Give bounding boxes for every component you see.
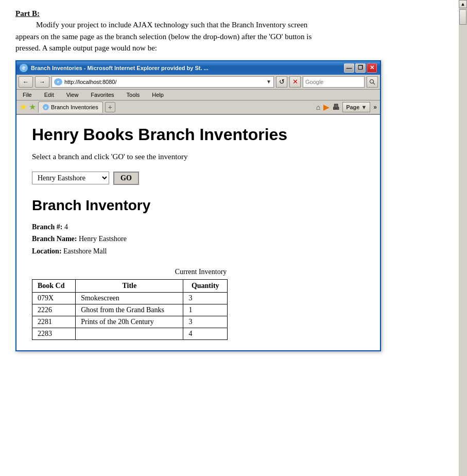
menu-view[interactable]: View (64, 91, 81, 99)
address-ie-icon: e (54, 78, 62, 86)
inventory-table: Book Cd Title Quantity 079X Smokescreen … (32, 279, 228, 340)
branch-name-label: Branch Name: (32, 235, 77, 243)
current-inventory-label: Current Inventory (32, 268, 370, 276)
address-bar[interactable]: e http://localhost:8080/ ▼ (51, 76, 274, 88)
cell-book-cd: 079X (32, 292, 76, 304)
cell-quantity: 4 (183, 328, 228, 339)
description-text: Modify your project to include AJAX tech… (15, 19, 452, 54)
branch-select[interactable]: Henry Eastshore Henry Downtown Henry Wes… (32, 172, 109, 184)
table-row: 2283 4 (32, 328, 228, 339)
cell-title: Ghost from the Grand Banks (76, 304, 183, 316)
search-input[interactable] (303, 76, 365, 88)
menu-tools[interactable]: Tools (125, 91, 142, 99)
svg-line-1 (373, 82, 375, 84)
inventory-title: Branch Inventory (32, 197, 370, 214)
cell-title: Smokescreen (76, 292, 183, 304)
branch-number-label: Branch #: (32, 223, 63, 231)
ie-menubar: File Edit View Favorites Tools Help (16, 90, 380, 100)
cell-title (76, 328, 183, 339)
print-icon[interactable]: 🖶 (332, 103, 339, 111)
ie-scrollbar[interactable]: ▲ (459, 0, 467, 356)
menu-file[interactable]: File (21, 91, 34, 99)
table-row: 2281 Prints of the 20h Century 3 (32, 316, 228, 328)
address-dropdown-arrow[interactable]: ▼ (266, 79, 271, 84)
dbl-arrow-icon[interactable]: » (373, 104, 377, 111)
branch-number-value: 4 (64, 223, 68, 231)
cell-book-cd: 2283 (32, 328, 76, 339)
refresh-button[interactable]: ↺ (276, 76, 287, 88)
cell-book-cd: 2281 (32, 316, 76, 328)
titlebar-buttons: — ❐ ✕ (344, 63, 377, 73)
cell-book-cd: 2226 (32, 304, 76, 316)
favorites-star-icon[interactable]: ★ (20, 102, 27, 112)
restore-button[interactable]: ❐ (355, 63, 366, 73)
page-main-title: Henry Books Branch Inventories (32, 125, 370, 144)
forward-button[interactable]: → (35, 76, 49, 88)
current-tab[interactable]: e Branch Inventories (38, 101, 103, 113)
rss-icon[interactable]: ▶ (323, 103, 329, 111)
tab-label: Branch Inventories (51, 104, 98, 110)
menu-favorites[interactable]: Favorites (89, 91, 116, 99)
svg-point-0 (370, 79, 374, 83)
scroll-thumb[interactable] (459, 9, 466, 25)
tab-overflow-icon[interactable]: ⌂ ▶ 🖶 Page ▼ » (172, 102, 377, 112)
branch-name-value: Henry Eastshore (79, 235, 127, 243)
titlebar-left: e Branch Inventories - Microsoft Interne… (20, 64, 209, 72)
menu-help[interactable]: Help (150, 91, 166, 99)
minimize-button[interactable]: — (344, 63, 354, 73)
table-header-row: Book Cd Title Quantity (32, 279, 228, 292)
search-icon (369, 79, 375, 85)
col-header-title: Title (76, 279, 183, 292)
search-button[interactable] (367, 76, 378, 88)
page-label: Page (346, 104, 359, 110)
scroll-up-button[interactable]: ▲ (459, 0, 467, 8)
tab-ie-icon: e (43, 104, 49, 110)
ie-window: e Branch Inventories - Microsoft Interne… (15, 60, 381, 351)
branch-info: Branch #: 4 Branch Name: Henry Eastshore… (32, 221, 370, 258)
page-dropdown-icon: ▼ (361, 104, 367, 110)
address-text: http://localhost:8080/ (64, 79, 266, 85)
ie-logo-icon: e (20, 64, 28, 72)
menu-edit[interactable]: Edit (42, 91, 56, 99)
table-row: 079X Smokescreen 3 (32, 292, 228, 304)
ie-address-toolbar: ← → e http://localhost:8080/ ▼ ↺ ✕ (16, 75, 380, 90)
cell-quantity: 3 (183, 292, 228, 304)
window-title: Branch Inventories - Microsoft Internet … (31, 65, 209, 71)
document-area: Part B: Modify your project to include A… (0, 0, 467, 356)
new-tab-button[interactable]: + (105, 102, 115, 112)
go-button[interactable]: GO (113, 172, 139, 185)
part-b-label: Part B: (15, 9, 452, 18)
page-subtitle: Select a branch and click 'GO' to see th… (32, 152, 370, 161)
page-button[interactable]: Page ▼ (342, 102, 370, 112)
ie-tabbar: ★ ★ e Branch Inventories + ⌂ ▶ 🖶 Page ▼ … (16, 100, 380, 115)
home-icon[interactable]: ⌂ (316, 103, 320, 111)
favorites-green-icon[interactable]: ★ (29, 102, 36, 112)
location-value: Eastshore Mall (63, 247, 107, 255)
col-header-quantity: Quantity (183, 279, 228, 292)
ie-content: Henry Books Branch Inventories Select a … (16, 115, 380, 350)
close-button[interactable]: ✕ (367, 63, 377, 73)
back-button[interactable]: ← (19, 76, 33, 88)
cell-quantity: 1 (183, 304, 228, 316)
col-header-book-cd: Book Cd (32, 279, 76, 292)
ie-content-wrapper: Henry Books Branch Inventories Select a … (16, 115, 380, 350)
cell-quantity: 3 (183, 316, 228, 328)
ie-titlebar: e Branch Inventories - Microsoft Interne… (16, 61, 380, 75)
cell-title: Prints of the 20h Century (76, 316, 183, 328)
branch-select-row: Henry Eastshore Henry Downtown Henry Wes… (32, 172, 370, 185)
stop-button[interactable]: ✕ (289, 76, 301, 88)
table-row: 2226 Ghost from the Grand Banks 1 (32, 304, 228, 316)
location-label: Location: (32, 247, 62, 255)
